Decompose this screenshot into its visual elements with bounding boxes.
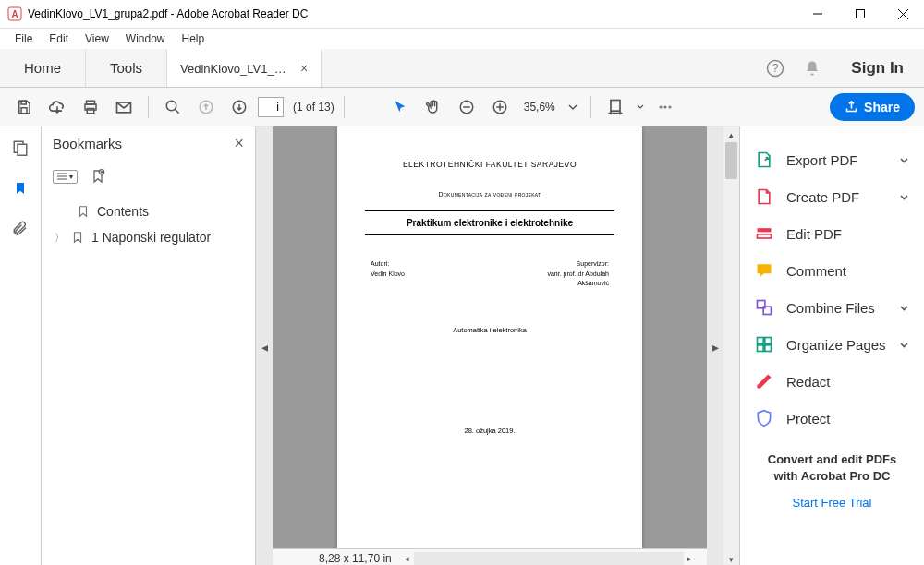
horizontal-scrollbar[interactable]: ◂▸ xyxy=(401,552,697,565)
tool-label: Combine Files xyxy=(786,300,886,316)
tool-icon xyxy=(755,187,773,206)
menu-file[interactable]: File xyxy=(7,30,40,47)
page-supervisor: Supervizor: vanr. prof. dr Abdulah Akšam… xyxy=(547,259,609,289)
tool-organize-pages[interactable]: Organize Pages xyxy=(740,326,924,363)
menubar: File Edit View Window Help xyxy=(0,29,924,49)
menu-help[interactable]: Help xyxy=(175,30,213,47)
chevron-down-icon xyxy=(899,155,909,165)
next-page-icon[interactable] xyxy=(225,92,254,122)
promo-heading: Convert and edit PDFs with Acrobat Pro D… xyxy=(759,451,906,485)
page-prev-button[interactable]: ◂ xyxy=(256,126,273,565)
tool-protect[interactable]: Protect xyxy=(740,400,924,437)
window-title: VedinKlovo_LV1_grupa2.pdf - Adobe Acroba… xyxy=(28,7,796,20)
share-label: Share xyxy=(864,100,900,114)
fit-dropdown-icon[interactable] xyxy=(634,92,647,122)
chevron-down-icon xyxy=(899,303,909,313)
app-icon: A xyxy=(7,6,22,21)
tool-label: Protect xyxy=(786,411,909,427)
svg-rect-36 xyxy=(758,234,772,238)
tab-document[interactable]: VedinKlovo_LV1_gr... × xyxy=(167,49,322,87)
zoom-dropdown-icon[interactable] xyxy=(565,92,581,122)
select-tool-icon[interactable] xyxy=(385,92,415,122)
chevron-right-icon[interactable]: 〉 xyxy=(55,231,64,245)
tool-redact[interactable]: Redact xyxy=(740,363,924,400)
svg-rect-41 xyxy=(758,345,764,352)
signin-button[interactable]: Sign In xyxy=(831,49,924,87)
tab-document-label: VedinKlovo_LV1_gr... xyxy=(180,62,291,76)
page-university: ELEKTROTEHNIČKI FAKULTET SARAJEVO xyxy=(365,160,614,169)
tool-label: Export PDF xyxy=(786,152,886,168)
more-icon[interactable] xyxy=(650,92,680,122)
tool-create-pdf[interactable]: Create PDF xyxy=(740,178,924,215)
tool-label: Create PDF xyxy=(786,189,886,205)
save-icon[interactable] xyxy=(9,92,39,122)
svg-point-26 xyxy=(668,105,671,108)
page-department: Automatika i elektronika xyxy=(365,326,614,334)
page-total: (1 of 13) xyxy=(293,101,334,114)
zoom-in-icon[interactable] xyxy=(485,92,515,122)
chevron-down-icon xyxy=(899,192,909,202)
tool-icon xyxy=(755,335,773,354)
start-trial-link[interactable]: Start Free Trial xyxy=(759,496,906,510)
menu-edit[interactable]: Edit xyxy=(42,30,76,47)
right-panel: Export PDFCreate PDFEdit PDFCommentCombi… xyxy=(739,126,924,565)
page-author: Autori: Vedin Klovo xyxy=(371,259,405,289)
status-bar: 8,28 x 11,70 in ◂▸ xyxy=(273,548,707,565)
share-button[interactable]: Share xyxy=(830,93,915,121)
tool-label: Redact xyxy=(786,374,909,390)
bookmarks-options-icon[interactable]: ▾ xyxy=(53,170,78,184)
chevron-down-icon xyxy=(899,340,909,350)
left-rail xyxy=(0,126,42,565)
bell-icon[interactable] xyxy=(794,49,831,87)
toolbar: (1 of 13) 35,6% Share xyxy=(0,88,924,126)
svg-point-24 xyxy=(659,105,662,108)
maximize-button[interactable] xyxy=(839,0,881,29)
svg-line-15 xyxy=(175,109,179,114)
minimize-button[interactable] xyxy=(796,0,839,29)
print-icon[interactable] xyxy=(76,92,105,122)
tool-export-pdf[interactable]: Export PDF xyxy=(740,141,924,178)
tool-label: Edit PDF xyxy=(786,226,909,242)
search-icon[interactable] xyxy=(158,92,188,122)
page-next-button[interactable]: ▸ xyxy=(707,126,723,565)
bookmarks-icon[interactable] xyxy=(10,178,30,198)
hand-tool-icon[interactable] xyxy=(419,92,448,122)
page-date: 28. ožujka 2019. xyxy=(365,427,614,435)
bookmark-item[interactable]: 〉 1 Naponski regulator xyxy=(42,224,255,250)
svg-rect-39 xyxy=(758,338,764,344)
svg-rect-9 xyxy=(21,107,27,113)
scrollbar-thumb[interactable] xyxy=(725,142,737,179)
tab-home[interactable]: Home xyxy=(0,49,86,87)
vertical-scrollbar[interactable]: ▴ ▾ xyxy=(723,126,739,565)
menu-view[interactable]: View xyxy=(78,30,116,47)
bookmarks-close-icon[interactable]: × xyxy=(234,134,244,153)
thumbnails-icon[interactable] xyxy=(10,138,30,158)
attachments-icon[interactable] xyxy=(10,219,30,239)
bookmarks-new-icon[interactable] xyxy=(91,168,105,185)
svg-text:A: A xyxy=(11,9,18,19)
tool-icon xyxy=(755,298,773,317)
menu-window[interactable]: Window xyxy=(118,30,173,47)
tool-icon xyxy=(755,409,773,427)
email-icon[interactable] xyxy=(109,92,139,122)
bookmark-item[interactable]: Contents xyxy=(42,198,255,224)
cloud-icon[interactable] xyxy=(43,92,72,122)
tab-close-icon[interactable]: × xyxy=(300,61,308,76)
page-doctype: Dokumentacija za vođeni projekat xyxy=(365,191,614,198)
tool-combine-files[interactable]: Combine Files xyxy=(740,289,924,326)
prev-page-icon[interactable] xyxy=(191,92,221,122)
tab-tools[interactable]: Tools xyxy=(86,49,167,87)
tool-edit-pdf[interactable]: Edit PDF xyxy=(740,215,924,252)
svg-rect-40 xyxy=(765,338,772,344)
document-canvas[interactable]: ELEKTROTEHNIČKI FAKULTET SARAJEVO Dokume… xyxy=(273,126,707,565)
page-input[interactable] xyxy=(258,97,284,117)
svg-rect-3 xyxy=(857,10,865,18)
help-icon[interactable]: ? xyxy=(757,49,794,87)
zoom-out-icon[interactable] xyxy=(452,92,481,122)
svg-rect-28 xyxy=(18,144,27,155)
tool-comment[interactable]: Comment xyxy=(740,252,924,289)
fit-width-icon[interactable] xyxy=(601,92,630,122)
close-button[interactable] xyxy=(881,0,924,29)
tool-label: Comment xyxy=(786,263,909,279)
tool-icon xyxy=(755,224,773,243)
